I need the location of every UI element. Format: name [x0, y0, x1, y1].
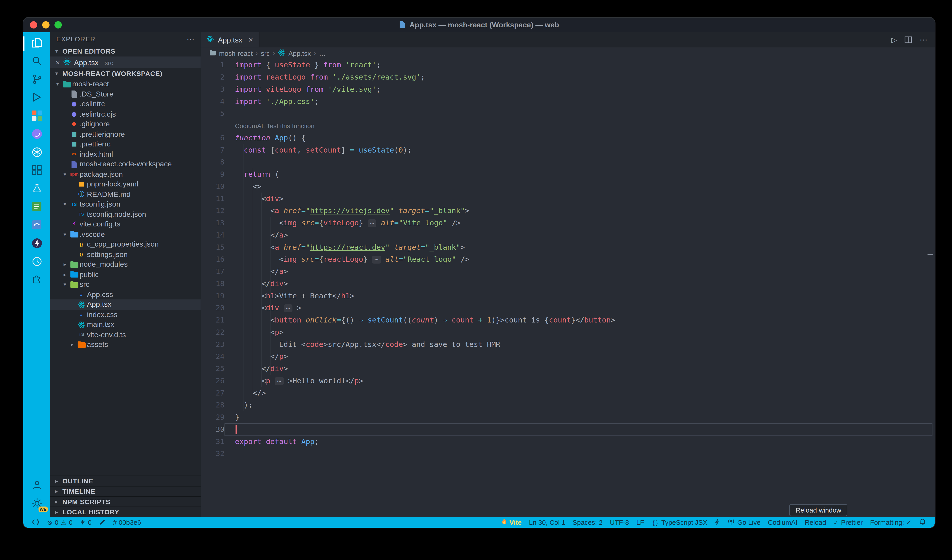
activity-accounts[interactable] — [23, 477, 50, 495]
status-problems[interactable]: ⊗0⚠0 — [43, 517, 76, 528]
tree-item-mosh-react[interactable]: ▾mosh-react — [50, 79, 201, 89]
activity-extension-remote-explorer[interactable] — [23, 162, 50, 180]
tree-item-main.tsx[interactable]: main.tsx — [50, 319, 201, 330]
tree-item-.DS_Store[interactable]: .DS_Store — [50, 89, 201, 99]
tree-item-assets[interactable]: ▸assets — [50, 339, 201, 349]
status-reload[interactable]: Reload — [801, 517, 830, 528]
breadcrumb-Apptsx[interactable]: App.tsx — [278, 49, 311, 58]
tree-item-index.html[interactable]: <>index.html — [50, 149, 201, 159]
status-vite-server[interactable]: Vite — [497, 517, 525, 528]
activity-extension-puzzle[interactable] — [23, 272, 50, 290]
text-cursor — [235, 425, 236, 434]
close-tab-icon[interactable]: × — [249, 35, 253, 44]
activity-extension-green[interactable] — [23, 199, 50, 217]
tree-item-vite-env.d.ts[interactable]: TSvite-env.d.ts — [50, 330, 201, 339]
tree-item-.vscode[interactable]: ▾.vscode — [50, 229, 201, 239]
activity-extension-live-share[interactable] — [23, 126, 50, 144]
file-label: node_modules — [80, 260, 128, 269]
breadcrumb-src[interactable]: src — [261, 49, 270, 57]
activity-source-control[interactable] — [23, 71, 50, 89]
workspace-section[interactable]: ▾ MOSH-REACT (WORKSPACE) — [50, 68, 201, 79]
zap-icon — [80, 518, 85, 526]
minimize-window-button[interactable] — [42, 21, 49, 28]
close-editor-icon[interactable]: × — [56, 59, 60, 66]
explorer-sidebar: EXPLORER ⋯ ▾ OPEN EDITORS ×App.tsxsrc ▾ … — [50, 32, 201, 517]
zoom-window-button[interactable] — [54, 21, 62, 28]
status-formatting[interactable]: Formatting: ✓ — [866, 517, 915, 528]
tree-item-c_cpp_properties.json[interactable]: {}c_cpp_properties.json — [50, 239, 201, 249]
tree-item-App.tsx[interactable]: App.tsx — [50, 299, 201, 309]
folded-code-chip[interactable]: ⋯ — [275, 377, 284, 385]
pencil-icon — [99, 518, 106, 526]
activity-run-and-debug[interactable] — [23, 89, 50, 108]
status-language-mode[interactable]: {}TypeScript JSX — [648, 517, 711, 528]
status-indentation[interactable]: Spaces: 2 — [569, 517, 606, 528]
section-local-history[interactable]: ▸LOCAL HISTORY — [50, 506, 201, 517]
tree-item-tsconfig.node.json[interactable]: TStsconfig.node.json — [50, 209, 201, 219]
folded-code-chip[interactable]: ⋯ — [284, 304, 293, 312]
section-outline[interactable]: ▸OUTLINE — [50, 475, 201, 486]
activity-search[interactable] — [23, 53, 50, 71]
activity-extension-blue[interactable] — [23, 217, 50, 235]
tree-item-.gitignore[interactable]: ◆.gitignore — [50, 119, 201, 129]
status-color-code[interactable]: # 00b3e6 — [110, 517, 145, 528]
status-pencil[interactable] — [95, 517, 110, 528]
run-button[interactable]: ▷ — [891, 35, 897, 44]
status-remote-indicator[interactable] — [28, 517, 43, 528]
breadcrumb-[interactable]: … — [319, 49, 326, 57]
tree-item-.eslintrc.cjs[interactable]: ●.eslintrc.cjs — [50, 109, 201, 119]
status-zap-item[interactable] — [711, 517, 724, 528]
tree-item-README.md[interactable]: ⓘREADME.md — [50, 189, 201, 199]
activity-testing[interactable] — [23, 180, 50, 199]
status-notifications[interactable] — [915, 517, 930, 528]
activity-explorer[interactable] — [23, 35, 50, 53]
tree-item-vite.config.ts[interactable]: ⚡vite.config.ts — [50, 219, 201, 229]
tree-item-pnpm-lock.yaml[interactable]: ■pnpm-lock.yaml — [50, 179, 201, 189]
status-prettier[interactable]: ✓Prettier — [830, 517, 866, 528]
close-window-button[interactable] — [30, 21, 37, 28]
more-actions-button[interactable]: ⋯ — [920, 35, 927, 44]
folded-code-chip[interactable]: ⋯ — [372, 256, 381, 264]
tree-item-settings.json[interactable]: {}settings.json — [50, 249, 201, 259]
status-go-live[interactable]: Go Live — [724, 517, 764, 528]
activity-manage[interactable]: WE — [23, 495, 50, 513]
tree-item-.prettierrc[interactable]: ■.prettierrc — [50, 139, 201, 149]
folder-icon — [68, 281, 80, 288]
codelens-text[interactable]: CodiumAI: Test this function — [224, 122, 932, 129]
status-cursor-position[interactable]: Ln 30, Col 1 — [525, 517, 569, 528]
more-actions-icon[interactable]: ⋯ — [187, 34, 195, 43]
tree-item-.prettierignore[interactable]: ■.prettierignore — [50, 129, 201, 139]
tree-item-.eslintrc[interactable]: ●.eslintrc — [50, 99, 201, 109]
section-timeline[interactable]: ▸TIMELINE — [50, 486, 201, 496]
section-npm-scripts[interactable]: ▸NPM SCRIPTS — [50, 496, 201, 507]
tree-item-tsconfig.json[interactable]: ▾TStsconfig.json — [50, 199, 201, 209]
tree-item-index.css[interactable]: #index.css — [50, 309, 201, 319]
tree-item-mosh-react.code-workspace[interactable]: mosh-react.code-workspace — [50, 159, 201, 169]
activity-thunder-client[interactable] — [23, 235, 50, 253]
code-line-1: 1import { useState } from 'react'; — [201, 59, 935, 71]
status-encoding[interactable]: UTF-8 — [606, 517, 633, 528]
status-codiumai[interactable]: CodiumAI — [764, 517, 801, 528]
file-label: vite-env.d.ts — [87, 330, 126, 339]
braces-icon: {} — [651, 518, 659, 526]
status-eol[interactable]: LF — [633, 517, 648, 528]
split-editor-button[interactable] — [904, 36, 912, 44]
tree-item-src[interactable]: ▾src — [50, 279, 201, 289]
tree-item-node_modules[interactable]: ▸node_modules — [50, 259, 201, 269]
folded-code-chip[interactable]: ⋯ — [368, 219, 377, 227]
breadcrumb-moshreact[interactable]: mosh-react — [209, 49, 253, 57]
tree-item-package.json[interactable]: ▾npmpackage.json — [50, 169, 201, 179]
file-icon: ■ — [68, 131, 80, 137]
tree-item-App.css[interactable]: #App.css — [50, 290, 201, 299]
activity-extension-browser-preview[interactable] — [23, 108, 50, 126]
open-editors-section[interactable]: ▾ OPEN EDITORS — [50, 46, 201, 57]
open-editor-App.tsx[interactable]: ×App.tsxsrc — [50, 57, 201, 68]
tree-item-public[interactable]: ▸public — [50, 269, 201, 279]
activity-extension-chatgpt[interactable] — [23, 144, 50, 162]
status-zap-counter[interactable]: 0 — [76, 517, 95, 528]
tab-app-tsx[interactable]: App.tsx × — [201, 32, 259, 47]
line-number: 4 — [201, 97, 225, 106]
code-editor[interactable]: 1import { useState } from 'react';2impor… — [201, 59, 935, 517]
activity-local-history[interactable] — [23, 253, 50, 272]
line-number: 16 — [201, 255, 225, 264]
